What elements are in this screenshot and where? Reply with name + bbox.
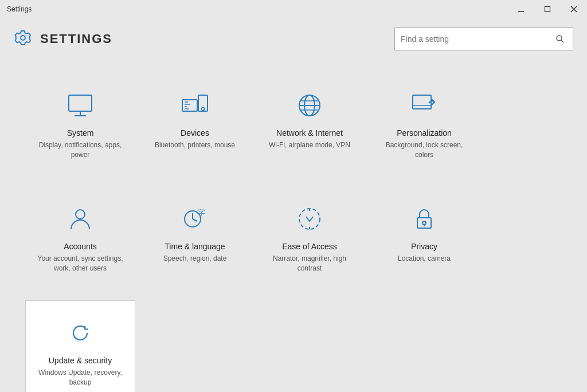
settings-item-network[interactable]: Network & Internet Wi-Fi, airplane mode,… <box>255 73 365 182</box>
svg-rect-1 <box>545 7 550 12</box>
minimize-button[interactable] <box>508 0 534 18</box>
settings-item-system[interactable]: System Display, notifications, apps, pow… <box>25 73 135 182</box>
settings-main: System Display, notifications, apps, pow… <box>0 60 587 392</box>
setting-desc-time: Speech, region, date <box>163 254 227 264</box>
personalization-icon <box>408 89 440 121</box>
svg-point-30 <box>299 209 320 229</box>
setting-name-devices: Devices <box>181 128 209 138</box>
privacy-icon <box>408 203 440 235</box>
svg-point-4 <box>21 36 25 40</box>
settings-gear-icon <box>14 30 32 48</box>
svg-rect-10 <box>182 100 197 111</box>
settings-title: SETTINGS <box>40 32 112 46</box>
setting-desc-personalization: Background, lock screen, colors <box>380 140 469 160</box>
system-icon <box>64 89 96 121</box>
setting-desc-system: Display, notifications, apps, power <box>36 140 125 160</box>
svg-rect-33 <box>417 218 431 228</box>
network-icon <box>294 89 326 121</box>
svg-point-5 <box>557 36 562 41</box>
svg-text:字: 字 <box>197 209 205 217</box>
settings-item-time[interactable]: 字 Time & language Speech, region, date <box>140 187 250 296</box>
close-button[interactable] <box>561 0 587 18</box>
svg-point-16 <box>202 108 205 111</box>
settings-item-accounts[interactable]: Accounts Your account, sync settings, wo… <box>25 187 135 296</box>
search-icon <box>555 34 565 44</box>
setting-name-ease: Ease of Access <box>282 242 337 251</box>
setting-desc-update: Windows Update, recovery, backup <box>36 368 125 387</box>
setting-desc-ease: Narrator, magnifier, high contrast <box>265 254 354 273</box>
svg-rect-11 <box>198 95 208 111</box>
time-icon: 字 <box>179 203 211 235</box>
setting-name-network: Network & Internet <box>276 128 343 138</box>
header-left: SETTINGS <box>14 30 112 48</box>
setting-name-system: System <box>67 128 94 138</box>
ease-icon <box>294 203 326 235</box>
setting-name-accounts: Accounts <box>64 242 97 251</box>
devices-icon <box>179 89 211 121</box>
settings-grid: System Display, notifications, apps, pow… <box>23 71 564 392</box>
setting-name-privacy: Privacy <box>411 242 437 251</box>
svg-line-6 <box>561 40 563 42</box>
restore-button[interactable] <box>534 0 561 18</box>
svg-line-28 <box>193 219 197 221</box>
settings-item-devices[interactable]: Devices Bluetooth, printers, mouse <box>140 73 250 182</box>
setting-name-update: Update & security <box>49 356 112 365</box>
header: SETTINGS <box>0 18 587 60</box>
search-input[interactable] <box>401 34 555 44</box>
svg-point-25 <box>76 210 85 219</box>
setting-desc-accounts: Your account, sync settings, work, other… <box>36 254 125 273</box>
settings-item-update[interactable]: Update & security Windows Update, recove… <box>25 300 135 392</box>
settings-item-ease[interactable]: Ease of Access Narrator, magnifier, high… <box>255 187 365 296</box>
settings-item-personalization[interactable]: Personalization Background, lock screen,… <box>369 73 479 182</box>
svg-point-34 <box>422 221 426 225</box>
settings-item-privacy[interactable]: Privacy Location, camera <box>369 187 479 296</box>
accounts-icon <box>64 203 96 235</box>
svg-rect-7 <box>69 95 92 111</box>
search-box[interactable] <box>394 28 573 50</box>
setting-name-personalization: Personalization <box>397 128 452 138</box>
setting-desc-devices: Bluetooth, printers, mouse <box>155 140 235 150</box>
update-icon <box>64 317 96 349</box>
titlebar: Settings <box>0 0 587 18</box>
svg-rect-22 <box>413 95 431 109</box>
window-title: Settings <box>7 5 32 13</box>
setting-desc-privacy: Location, camera <box>398 254 451 264</box>
window-controls <box>508 0 587 18</box>
setting-name-time: Time & language <box>165 242 225 251</box>
setting-desc-network: Wi-Fi, airplane mode, VPN <box>269 140 350 150</box>
